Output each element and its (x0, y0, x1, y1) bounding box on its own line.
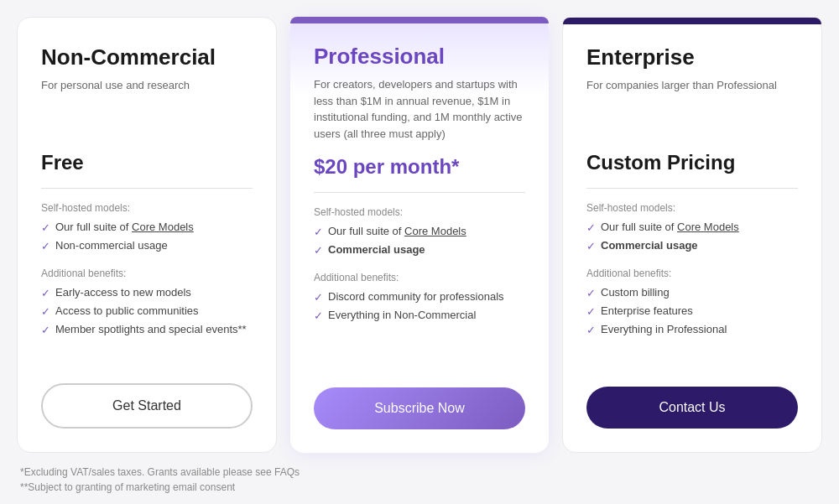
core-models-link[interactable]: Core Models (677, 221, 739, 233)
feature-text: Everything in Professional (601, 323, 727, 335)
list-item: ✓Everything in Professional (586, 323, 798, 336)
feature-text: Custom billing (601, 286, 670, 299)
plan-card-enterprise: EnterpriseFor companies larger than Prof… (562, 17, 822, 453)
check-icon: ✓ (314, 309, 323, 322)
feature-text: Everything in Non-Commercial (328, 309, 476, 321)
feature-text: Member spotlights and special events** (55, 323, 247, 335)
feature-text: Discord community for professionals (328, 290, 504, 303)
self-hosted-list-non-commercial: ✓Our full suite of Core Models✓Non-comme… (41, 221, 253, 257)
additional-list-professional: ✓Discord community for professionals✓Eve… (314, 290, 525, 327)
check-icon: ✓ (586, 305, 596, 318)
divider-1-enterprise (586, 188, 798, 189)
check-icon: ✓ (586, 240, 596, 252)
enterprise-button[interactable]: Contact Us (586, 387, 798, 429)
spacer (314, 337, 525, 387)
divider-1-professional (314, 192, 525, 193)
list-item: ✓Non-commercial usage (41, 239, 253, 252)
spacer (586, 351, 798, 387)
list-item: ✓Commercial usage (314, 243, 525, 257)
plan-card-professional: ProfessionalFor creators, developers and… (290, 17, 549, 453)
check-icon: ✓ (586, 324, 596, 336)
list-item: ✓Access to public communities (41, 304, 253, 318)
additional-list-non-commercial: ✓Early-access to new models✓Access to pu… (41, 286, 253, 341)
self-hosted-label-enterprise: Self-hosted models: (586, 202, 798, 214)
additional-label-non-commercial: Additional benefits: (41, 268, 253, 279)
feature-text: Commercial usage (328, 243, 425, 256)
check-icon: ✓ (586, 221, 596, 234)
feature-text: Access to public communities (55, 304, 199, 317)
plan-name-non-commercial: Non-Commercial (41, 44, 253, 70)
feature-text: Our full suite of Core Models (601, 221, 739, 233)
plan-card-non-commercial: Non-CommercialFor personal use and resea… (17, 17, 277, 453)
additional-label-enterprise: Additional benefits: (586, 268, 798, 279)
check-icon: ✓ (41, 305, 50, 318)
check-icon: ✓ (586, 287, 596, 299)
plan-price-professional: $20 per month* (314, 155, 525, 179)
self-hosted-list-professional: ✓Our full suite of Core Models✓Commercia… (314, 225, 525, 262)
self-hosted-list-enterprise: ✓Our full suite of Core Models✓Commercia… (586, 221, 798, 257)
check-icon: ✓ (314, 244, 323, 257)
feature-text: Commercial usage (601, 239, 698, 252)
check-icon: ✓ (41, 240, 50, 252)
spacer (41, 351, 253, 383)
check-icon: ✓ (41, 324, 50, 336)
check-icon: ✓ (41, 221, 50, 234)
list-item: ✓Commercial usage (586, 239, 798, 252)
list-item: ✓Our full suite of Core Models (41, 221, 253, 234)
additional-label-professional: Additional benefits: (314, 272, 525, 283)
feature-text: Our full suite of Core Models (55, 221, 194, 233)
footnote: **Subject to granting of marketing email… (20, 481, 822, 493)
plan-description-professional: For creators, developers and startups wi… (314, 76, 525, 142)
check-icon: ✓ (314, 291, 323, 304)
self-hosted-label-professional: Self-hosted models: (314, 206, 525, 218)
list-item: ✓Our full suite of Core Models (314, 225, 525, 238)
plan-price-non-commercial: Free (41, 151, 253, 174)
self-hosted-label-non-commercial: Self-hosted models: (41, 202, 253, 214)
footnotes: *Excluding VAT/sales taxes. Grants avail… (17, 466, 822, 496)
divider-1-non-commercial (41, 188, 253, 189)
core-models-link[interactable]: Core Models (404, 225, 466, 237)
footnote: *Excluding VAT/sales taxes. Grants avail… (20, 466, 822, 478)
check-icon: ✓ (41, 287, 50, 299)
list-item: ✓Custom billing (586, 286, 798, 299)
plan-description-non-commercial: For personal use and research (41, 77, 253, 138)
list-item: ✓Early-access to new models (41, 286, 253, 299)
non-commercial-button[interactable]: Get Started (41, 383, 253, 429)
list-item: ✓Discord community for professionals (314, 290, 525, 304)
plan-price-enterprise: Custom Pricing (586, 151, 798, 174)
feature-text: Enterprise features (601, 304, 693, 317)
core-models-link[interactable]: Core Models (132, 221, 194, 233)
additional-list-enterprise: ✓Custom billing✓Enterprise features✓Ever… (586, 286, 798, 341)
feature-text: Non-commercial usage (55, 239, 168, 252)
plan-name-professional: Professional (314, 44, 525, 70)
list-item: ✓Our full suite of Core Models (586, 221, 798, 234)
list-item: ✓Everything in Non-Commercial (314, 309, 525, 322)
plan-name-enterprise: Enterprise (586, 44, 798, 70)
feature-text: Early-access to new models (55, 286, 191, 299)
professional-button[interactable]: Subscribe Now (314, 387, 525, 429)
list-item: ✓Enterprise features (586, 304, 798, 318)
check-icon: ✓ (314, 226, 323, 238)
feature-text: Our full suite of Core Models (328, 225, 466, 237)
list-item: ✓Member spotlights and special events** (41, 323, 253, 336)
plan-description-enterprise: For companies larger than Professional (586, 77, 798, 138)
pricing-container: Non-CommercialFor personal use and resea… (17, 17, 822, 453)
